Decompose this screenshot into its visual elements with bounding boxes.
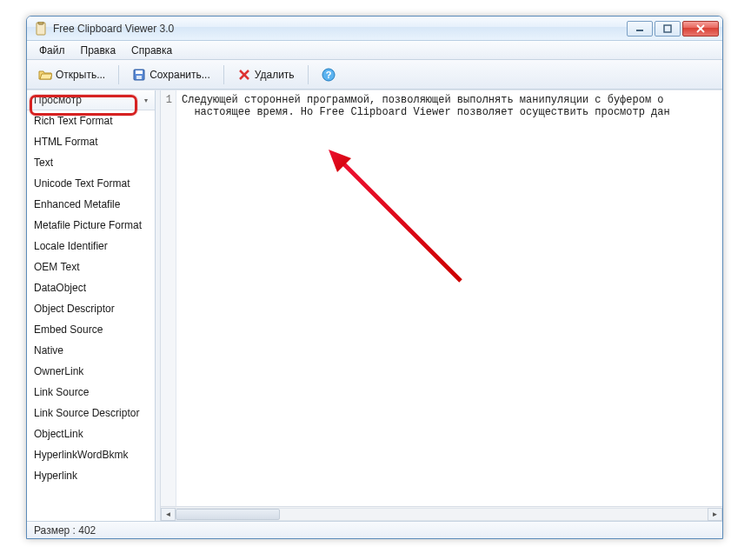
save-button[interactable]: Сохранить... [126,64,216,85]
list-item[interactable]: Native [27,340,155,361]
sidebar-header-label: Просмотр [34,94,82,106]
chevron-down-icon: ▾ [144,97,148,104]
svg-text:?: ? [325,70,331,80]
delete-icon [237,68,251,82]
list-item[interactable]: HyperlinkWordBkmk [27,444,155,465]
horizontal-scrollbar[interactable]: ◄ ► [161,506,722,521]
main-panel: 1 Следующей сторонней программой, позвол… [161,90,722,521]
scroll-track[interactable] [176,508,708,521]
list-item[interactable]: HTML Format [27,131,155,152]
toolbar: Открыть... Сохранить... Удалить ? [27,60,722,90]
open-label: Открыть... [56,69,105,81]
text-viewer: 1 Следующей сторонней программой, позвол… [161,90,722,506]
scroll-left-arrow[interactable]: ◄ [161,508,176,521]
list-item[interactable]: OEM Text [27,257,155,277]
text-content[interactable]: Следующей сторонней программой, позволяю… [176,90,722,506]
menu-edit[interactable]: Правка [74,43,123,58]
toolbar-separator [118,65,119,84]
menu-file[interactable]: Файл [32,43,72,58]
line-gutter: 1 [161,90,176,506]
scroll-right-arrow[interactable]: ► [708,508,722,521]
list-item[interactable]: DataObject [27,277,155,298]
format-list: Rich Text FormatHTML FormatTextUnicode T… [27,110,155,486]
list-item[interactable]: Object Descriptor [27,298,155,319]
open-button[interactable]: Открыть... [32,64,111,85]
close-button[interactable] [682,21,719,37]
list-item[interactable]: Metafile Picture Format [27,215,155,236]
list-item[interactable]: Enhanced Metafile [27,194,155,215]
app-icon [34,22,48,36]
list-item[interactable]: Link Source Descriptor [27,403,155,423]
help-button[interactable]: ? [316,64,342,85]
window-title: Free Clipboard Viewer 3.0 [53,23,627,35]
status-size-value: 402 [78,524,96,537]
content-area: Просмотр ▾ Rich Text FormatHTML FormatTe… [27,90,722,521]
menu-help[interactable]: Справка [124,43,179,58]
svg-rect-8 [136,76,142,79]
svg-rect-1 [38,22,43,24]
list-item[interactable]: Link Source [27,382,155,403]
delete-label: Удалить [255,69,295,81]
window-controls [627,21,719,37]
minimize-button[interactable] [627,21,653,37]
help-icon: ? [322,68,336,82]
list-item[interactable]: Hyperlink [27,465,155,486]
save-label: Сохранить... [150,69,210,81]
list-item[interactable]: ObjectLink [27,423,155,444]
list-item[interactable]: Locale Identifier [27,236,155,257]
folder-open-icon [38,68,52,82]
list-item[interactable]: Unicode Text Format [27,173,155,194]
sidebar-header[interactable]: Просмотр ▾ [27,90,155,110]
toolbar-separator [308,65,309,84]
format-sidebar: Просмотр ▾ Rich Text FormatHTML FormatTe… [27,90,156,521]
list-item[interactable]: Embed Source [27,319,155,340]
save-icon [132,68,146,82]
maximize-button[interactable] [655,21,681,37]
statusbar: Размер : 402 [27,521,722,538]
toolbar-separator [223,65,224,84]
app-window: Free Clipboard Viewer 3.0 Файл Правка Сп… [26,16,723,539]
list-item[interactable]: OwnerLink [27,361,155,382]
status-size-label: Размер : [34,524,76,537]
delete-button[interactable]: Удалить [231,64,301,85]
svg-rect-7 [136,70,143,74]
titlebar: Free Clipboard Viewer 3.0 [27,17,722,41]
line-number: 1 [161,94,172,106]
list-item[interactable]: Rich Text Format [27,110,155,131]
svg-rect-3 [664,25,671,32]
scroll-thumb[interactable] [176,509,280,520]
list-item[interactable]: Text [27,152,155,173]
menubar: Файл Правка Справка [27,41,722,60]
